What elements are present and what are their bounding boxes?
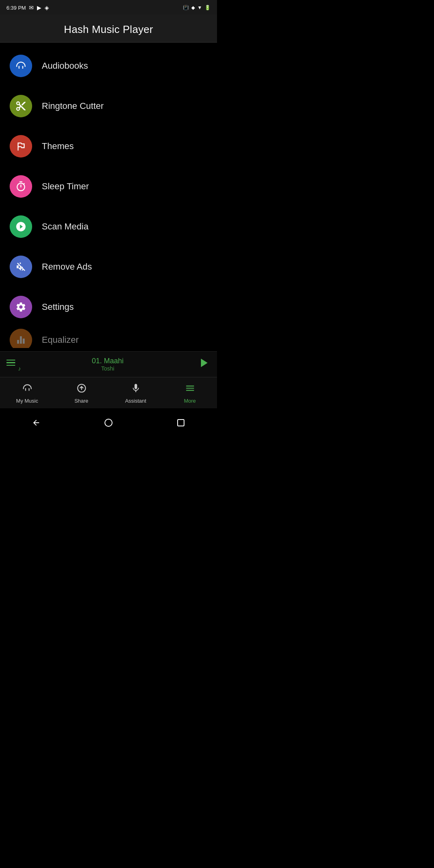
ringtone-cutter-label: Ringtone Cutter xyxy=(42,101,104,111)
settings-icon xyxy=(10,296,32,318)
signal-icon: ◆ xyxy=(191,5,195,10)
status-right: 📳 ◆ ▼ 🔋 xyxy=(183,5,211,10)
nav-share[interactable]: Share xyxy=(54,377,108,408)
my-music-label: My Music xyxy=(16,398,38,404)
nav-more[interactable]: More xyxy=(163,377,217,408)
audiobooks-icon xyxy=(10,55,32,77)
battery-icon: 🔋 xyxy=(205,5,211,10)
equalizer-icon xyxy=(10,329,32,348)
menu-icon xyxy=(185,383,195,396)
menu-item-scan-media[interactable]: Scan Media xyxy=(0,207,217,247)
page-title: Hash Music Player xyxy=(6,23,211,36)
plex-icon: ◈ xyxy=(45,4,49,11)
mic-icon xyxy=(131,383,141,396)
nav-my-music[interactable]: My Music xyxy=(0,377,54,408)
menu-item-settings[interactable]: Settings xyxy=(0,287,217,327)
youtube-icon: ▶ xyxy=(37,4,41,11)
home-button[interactable] xyxy=(100,414,117,432)
wifi-icon: ▼ xyxy=(197,5,202,10)
audiobooks-label: Audiobooks xyxy=(42,61,88,71)
scan-media-label: Scan Media xyxy=(42,221,88,232)
themes-icon xyxy=(10,135,32,158)
menu-item-equalizer[interactable]: Equalizer xyxy=(0,327,217,348)
menu-item-audiobooks[interactable]: Audiobooks xyxy=(0,46,217,86)
time-display: 6:39 PM xyxy=(6,5,26,11)
back-button[interactable] xyxy=(27,414,45,432)
share-label: Share xyxy=(74,398,88,404)
sleep-timer-label: Sleep Timer xyxy=(42,181,89,192)
vibrate-icon: 📳 xyxy=(183,5,189,10)
themes-label: Themes xyxy=(42,141,74,151)
status-bar: 6:39 PM ✉ ▶ ◈ 📳 ◆ ▼ 🔋 xyxy=(0,0,217,14)
nav-assistant[interactable]: Assistant xyxy=(108,377,163,408)
ringtone-cutter-icon xyxy=(10,95,32,117)
queue-icon: ♪ xyxy=(6,359,19,370)
now-playing-artist: Toshi xyxy=(24,365,191,372)
share-icon xyxy=(76,383,87,396)
menu-item-themes[interactable]: Themes xyxy=(0,126,217,166)
now-playing-title: 01. Maahi xyxy=(24,357,191,365)
remove-ads-label: Remove Ads xyxy=(42,262,92,272)
recents-button[interactable] xyxy=(172,414,190,432)
now-playing-bar[interactable]: ♪ 01. Maahi Toshi xyxy=(0,351,217,377)
settings-label: Settings xyxy=(42,302,74,312)
android-nav xyxy=(0,408,217,436)
more-label: More xyxy=(184,398,196,404)
equalizer-label: Equalizer xyxy=(42,335,79,345)
assistant-label: Assistant xyxy=(125,398,146,404)
bottom-nav: My Music Share Assistant More xyxy=(0,377,217,408)
scan-media-icon xyxy=(10,215,32,238)
menu-list: Audiobooks Ringtone Cutter Themes Sleep … xyxy=(0,43,217,351)
remove-ads-icon xyxy=(10,256,32,278)
app-header: Hash Music Player xyxy=(0,14,217,43)
gmail-icon: ✉ xyxy=(29,4,34,11)
status-left: 6:39 PM ✉ ▶ ◈ xyxy=(6,4,49,11)
menu-item-sleep-timer[interactable]: Sleep Timer xyxy=(0,166,217,207)
menu-item-ringtone-cutter[interactable]: Ringtone Cutter xyxy=(0,86,217,126)
headphones-icon xyxy=(22,383,33,396)
menu-item-remove-ads[interactable]: Remove Ads xyxy=(0,247,217,287)
sleep-timer-icon xyxy=(10,175,32,198)
play-button[interactable] xyxy=(196,356,211,373)
now-playing-info: 01. Maahi Toshi xyxy=(24,357,191,372)
